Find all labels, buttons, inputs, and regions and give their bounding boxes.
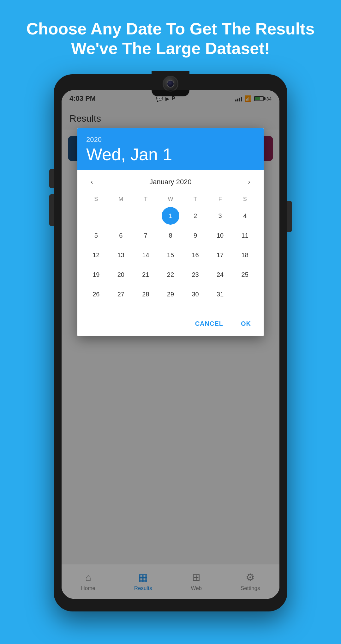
cal-day-18[interactable]: 18 [236, 246, 254, 264]
cal-day-22[interactable]: 22 [162, 266, 179, 283]
cal-day-13[interactable]: 13 [112, 246, 130, 264]
cal-day-1[interactable]: 1 [162, 207, 179, 225]
cal-day-14[interactable]: 14 [137, 246, 154, 264]
day-header-sat: S [232, 194, 257, 204]
day-header-wed: W [158, 194, 183, 204]
cal-day-4[interactable]: 4 [236, 207, 254, 225]
cal-day-12[interactable]: 12 [87, 246, 105, 264]
cal-day-2[interactable]: 2 [187, 207, 204, 225]
volume-up-button [49, 169, 54, 188]
phone-screen: 4:03 PM 💬 ▶ P 📶 34 [62, 90, 279, 599]
day-header-mon: M [109, 194, 134, 204]
volume-down-button [49, 194, 54, 226]
cal-day-empty-4 [236, 285, 254, 303]
day-header-sun: S [84, 194, 109, 204]
day-headers: S M T W T F S [84, 194, 257, 204]
month-label: January 2020 [149, 178, 191, 186]
cal-day-26[interactable]: 26 [87, 285, 105, 303]
cal-day-11[interactable]: 11 [236, 227, 254, 244]
header-line1: Choose Any Date To Get The Results [26, 19, 314, 39]
cal-day-30[interactable]: 30 [187, 285, 204, 303]
header-line2: We've The Large Dataset! [26, 39, 314, 58]
dialog-date-large: Wed, Jan 1 [86, 145, 255, 164]
cal-day-10[interactable]: 10 [211, 227, 229, 244]
cal-day-31[interactable]: 31 [211, 285, 229, 303]
calendar-days: 1 2 3 4 5 6 7 8 9 10 11 [84, 207, 257, 303]
dialog-body: ‹ January 2020 › S M T W T F [77, 170, 264, 336]
day-header-thu: T [183, 194, 208, 204]
calendar-grid: S M T W T F S [77, 194, 264, 303]
cal-day-24[interactable]: 24 [211, 266, 229, 283]
dialog-actions: CANCEL OK [77, 313, 264, 336]
cal-day-17[interactable]: 17 [211, 246, 229, 264]
header-title: Choose Any Date To Get The Results We've… [14, 19, 327, 58]
cal-day-9[interactable]: 9 [187, 227, 204, 244]
prev-month-button[interactable]: ‹ [85, 175, 99, 189]
day-header-fri: F [208, 194, 233, 204]
date-picker-dialog: 2020 Wed, Jan 1 ‹ January 2020 › [77, 128, 264, 336]
cancel-button[interactable]: CANCEL [190, 318, 228, 330]
cal-day-20[interactable]: 20 [112, 266, 130, 283]
cal-day-6[interactable]: 6 [112, 227, 130, 244]
cal-day-29[interactable]: 29 [162, 285, 179, 303]
cal-day-15[interactable]: 15 [162, 246, 179, 264]
cal-day-empty-1 [87, 207, 105, 225]
ok-button[interactable]: OK [236, 318, 256, 330]
cal-day-28[interactable]: 28 [137, 285, 154, 303]
cal-day-27[interactable]: 27 [112, 285, 130, 303]
cal-day-21[interactable]: 21 [137, 266, 154, 283]
power-button [287, 201, 292, 232]
cal-day-3[interactable]: 3 [211, 207, 229, 225]
cal-day-23[interactable]: 23 [187, 266, 204, 283]
calendar-nav: ‹ January 2020 › [77, 170, 264, 194]
cal-day-7[interactable]: 7 [137, 227, 154, 244]
dialog-header: 2020 Wed, Jan 1 [77, 128, 264, 170]
cal-day-25[interactable]: 25 [236, 266, 254, 283]
cal-day-empty-3 [137, 207, 154, 225]
cal-day-8[interactable]: 8 [162, 227, 179, 244]
next-month-button[interactable]: › [242, 175, 256, 189]
camera-lens [163, 76, 178, 92]
cal-day-empty-2 [112, 207, 130, 225]
cal-day-16[interactable]: 16 [187, 246, 204, 264]
cal-day-5[interactable]: 5 [87, 227, 105, 244]
dialog-year: 2020 [86, 136, 255, 144]
camera-lens-inner [167, 80, 174, 88]
phone-frame: 4:03 PM 💬 ▶ P 📶 34 [54, 74, 287, 611]
dialog-overlay: 2020 Wed, Jan 1 ‹ January 2020 › [62, 90, 279, 599]
day-header-tue: T [133, 194, 158, 204]
cal-day-19[interactable]: 19 [87, 266, 105, 283]
